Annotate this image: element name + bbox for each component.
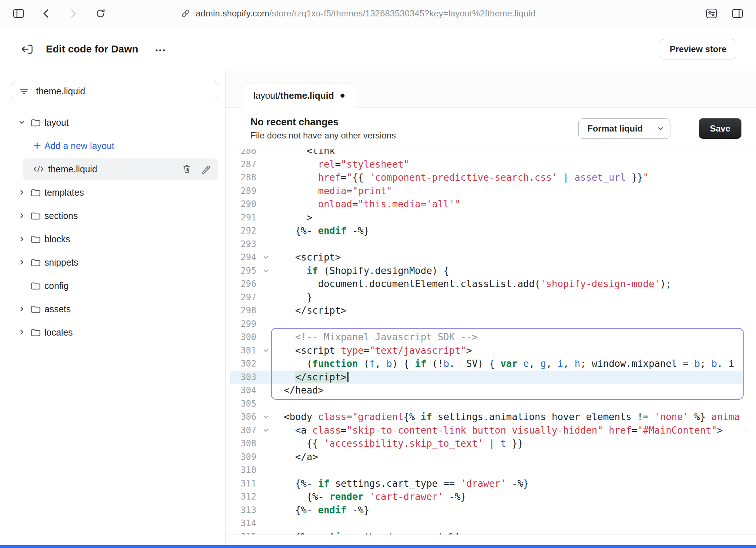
fold-spacer (259, 197, 272, 211)
line-number: 307 (226, 424, 259, 437)
more-options-icon[interactable] (154, 46, 167, 53)
fold-spacer (259, 530, 272, 535)
fold-toggle-icon[interactable] (259, 410, 272, 424)
sidebar-item-blocks[interactable]: blocks (0, 227, 225, 251)
code-line[interactable]: 312 {%- render 'cart-drawer' -%} (226, 490, 756, 504)
code-line[interactable]: 297 } (226, 291, 756, 304)
fold-toggle-icon[interactable] (259, 344, 272, 357)
sidebar-toggle-icon[interactable] (12, 8, 25, 19)
chevron-down-icon[interactable] (15, 119, 28, 126)
code-line[interactable]: 309 </a> (226, 450, 756, 464)
save-button[interactable]: Save (699, 118, 741, 139)
fold-toggle-icon[interactable] (259, 264, 272, 278)
code-line[interactable]: 300 <!-- Mixpanel Javascript SDK --> (226, 330, 756, 344)
fold-spacer (259, 437, 272, 450)
code-text: {%- endif -%} (272, 504, 369, 517)
code-line[interactable]: 306 <body class="gradient{% if settings.… (226, 410, 756, 424)
sidebar-item-theme-liquid[interactable]: theme.liquid (0, 157, 225, 181)
code-text: <a class="skip-to-content-link button vi… (272, 424, 723, 437)
line-number: 288 (226, 171, 259, 184)
sidebar-item-layout[interactable]: layout (0, 111, 225, 134)
sidebar-item-templates[interactable]: templates (0, 181, 225, 204)
code-line[interactable]: 291 > (226, 211, 756, 224)
format-options-chevron-icon[interactable] (651, 119, 670, 138)
sidebar-item-config[interactable]: config (0, 274, 225, 297)
delete-file-button[interactable] (182, 164, 192, 174)
fold-spacer (259, 171, 272, 184)
line-number: 302 (226, 357, 259, 371)
fold-spacer (259, 149, 272, 158)
code-line[interactable]: 289 media="print" (226, 184, 756, 198)
code-line[interactable]: 307 <a class="skip-to-content-link butto… (226, 424, 756, 437)
code-line[interactable]: 305 (226, 397, 756, 411)
chevron-right-icon[interactable] (15, 329, 28, 336)
exit-editor-button[interactable] (20, 43, 34, 56)
code-line[interactable]: 294 <script> (226, 251, 756, 264)
code-line[interactable]: 295 if (Shopify.designMode) { (226, 264, 756, 278)
fold-toggle-icon[interactable] (259, 424, 272, 437)
code-line[interactable]: 298 </script> (226, 304, 756, 317)
file-search[interactable] (11, 81, 218, 101)
chevron-right-icon[interactable] (15, 235, 28, 243)
back-button[interactable] (41, 8, 52, 19)
code-text: rel="stylesheet" (272, 158, 409, 171)
code-line[interactable]: 302 (function (f, b) { if (!b.__SV) { va… (226, 357, 756, 371)
code-line[interactable]: 286 <link (226, 149, 756, 158)
code-lines: 286 <link287 rel="stylesheet"288 href="{… (226, 149, 756, 535)
code-line[interactable]: 313 {%- endif -%} (226, 504, 756, 517)
code-line[interactable]: 303 </script> (226, 371, 756, 384)
code-text: document.documentElement.classList.add('… (272, 277, 672, 291)
rename-file-button[interactable] (201, 164, 211, 174)
code-line[interactable]: 310 (226, 463, 756, 477)
sidebar-item-label: snippets (44, 257, 78, 268)
fold-spacer (259, 317, 272, 331)
code-line[interactable]: 290 onload="this.media='all'" (226, 197, 756, 211)
folder-icon (28, 258, 43, 267)
folder-icon (28, 235, 43, 243)
code-text: if (Shopify.designMode) { (272, 264, 449, 278)
search-input[interactable] (36, 86, 210, 97)
code-line[interactable]: 311 {%- if settings.cart_type == 'drawer… (226, 477, 756, 490)
code-line[interactable]: 292 {%- endif -%} (226, 224, 756, 238)
code-line[interactable]: 315 {% sections 'header-group' %} (226, 530, 756, 535)
line-number: 293 (226, 238, 259, 251)
reload-button[interactable] (95, 8, 106, 19)
preview-store-button[interactable]: Preview store (660, 39, 736, 59)
plus-icon (31, 141, 44, 150)
tab-file-name: theme.liquid (280, 90, 334, 101)
fold-spacer (259, 450, 272, 464)
fold-toggle-icon[interactable] (259, 251, 272, 264)
tab-theme-liquid[interactable]: layout/theme.liquid (243, 83, 355, 108)
sidebar-item-snippets[interactable]: snippets (0, 251, 225, 274)
line-number: 300 (226, 330, 259, 344)
code-line[interactable]: 308 {{ 'accessibility.skip_to_text' | t … (226, 437, 756, 450)
address-bar[interactable]: admin.shopify.com/store/rzq1xu-f5/themes… (181, 8, 536, 19)
code-line[interactable]: 288 href="{{ 'component-predictive-searc… (226, 171, 756, 184)
code-line[interactable]: 301 <script type="text/javascript"> (226, 344, 756, 357)
fold-spacer (259, 490, 272, 504)
extensions-icon[interactable] (705, 8, 718, 19)
chevron-right-icon[interactable] (15, 212, 28, 219)
line-number: 308 (226, 437, 259, 450)
sidebar-item-sections[interactable]: sections (0, 204, 225, 227)
forward-button[interactable] (68, 8, 79, 19)
chevron-right-icon[interactable] (15, 259, 28, 266)
code-line[interactable]: 293 (226, 238, 756, 251)
code-line[interactable]: 299 (226, 317, 756, 331)
code-line[interactable]: 287 rel="stylesheet" (226, 158, 756, 171)
sidebar-item-locales[interactable]: locales (0, 321, 225, 344)
fold-spacer (259, 304, 272, 317)
line-number: 310 (226, 463, 259, 477)
code-line[interactable]: 314 (226, 517, 756, 530)
right-sidebar-icon[interactable] (731, 8, 744, 19)
fold-spacer (259, 517, 272, 530)
format-liquid-button[interactable]: Format liquid (578, 118, 670, 139)
line-number: 292 (226, 224, 259, 238)
sidebar-item-assets[interactable]: assets (0, 297, 225, 321)
code-line[interactable]: 304 </head> (226, 384, 756, 397)
sidebar-item-add-a-new-layout[interactable]: Add a new layout (0, 134, 225, 157)
code-line[interactable]: 296 document.documentElement.classList.a… (226, 277, 756, 291)
chevron-right-icon[interactable] (15, 189, 28, 196)
chevron-right-icon[interactable] (15, 305, 28, 313)
code-editor[interactable]: 286 <link287 rel="stylesheet"288 href="{… (226, 149, 756, 535)
